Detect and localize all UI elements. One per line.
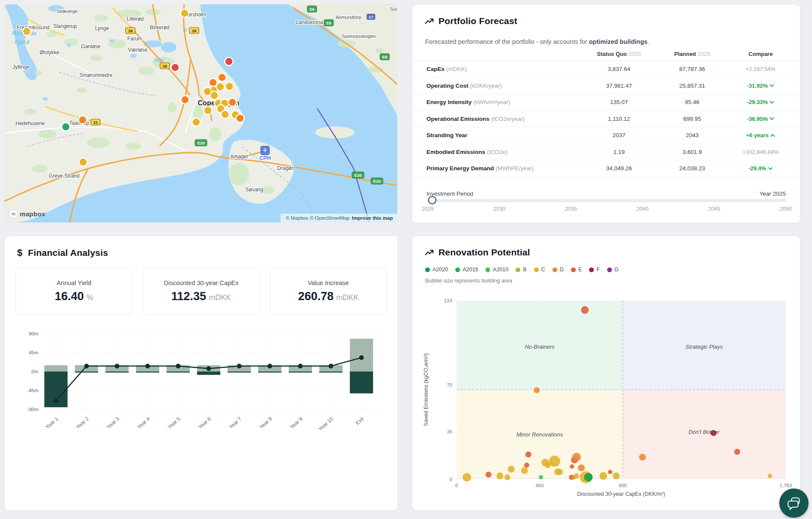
road-shield: 19 [189, 28, 199, 34]
building-marker-orange[interactable] [236, 114, 244, 123]
forest-area [91, 55, 103, 61]
label: 16 [128, 28, 133, 33]
place-label: Jyllinge [12, 64, 30, 70]
forest-area [94, 15, 108, 21]
compare-value[interactable]: +6 years [728, 132, 793, 138]
portfolio-forecast-panel: Portfolio Forecast Forecasted performanc… [412, 4, 800, 223]
forest-area [228, 163, 249, 185]
scatter-bubble-A2010[interactable] [539, 475, 543, 479]
scatter-bubble-E[interactable] [524, 463, 529, 468]
investment-year-value: Year 2025 [760, 190, 786, 197]
forecast-table-header: Status Quo2025Planned2025Compare [412, 47, 800, 61]
investment-period-slider-track[interactable] [426, 199, 786, 202]
scatter-bubble-E[interactable] [581, 306, 589, 314]
place-label: Birkerød [150, 25, 169, 31]
scatter-bubble-C[interactable] [463, 473, 471, 482]
building-marker-orange[interactable] [209, 79, 217, 87]
road-shield: E6 [324, 20, 333, 26]
scatter-bubble-C[interactable] [549, 456, 560, 467]
place-label: Greve Strand [49, 173, 79, 179]
metric-name: Embodied Emissions [426, 149, 485, 155]
table-row: Embodied Emissions(tCO2e)1.193,601.9+302… [412, 144, 800, 161]
building-marker-yellow[interactable] [225, 83, 234, 91]
compare-value[interactable]: -29.33% [728, 99, 793, 105]
building-marker-yellow[interactable] [23, 28, 31, 36]
building-marker-green[interactable] [62, 123, 70, 131]
improve-map-link[interactable]: Improve this map [352, 215, 393, 221]
map-canvas[interactable]: RoskildeFjordSkævingeLillerødHørsholmFre… [4, 4, 397, 222]
label: E6 [382, 55, 387, 59]
building-marker-yellow[interactable] [79, 158, 87, 166]
scatter-bubble-C[interactable] [497, 473, 503, 479]
x-axis-category: Year 9 [289, 416, 304, 430]
scatter-bubble-E[interactable] [485, 472, 491, 478]
scatter-bubble-C[interactable] [599, 472, 607, 480]
building-marker-orange[interactable] [218, 74, 226, 82]
y-axis-title: Saved Emissions (kgCO₂e/m²) [423, 353, 429, 426]
scatter-bubble-C[interactable] [768, 474, 772, 478]
planned-value: 87,787.36 [657, 66, 728, 72]
map-panel[interactable]: RoskildeFjordSkævingeLillerødHørsholmFre… [4, 4, 397, 222]
building-marker-yellow[interactable] [192, 118, 201, 126]
place-label: Værløse [128, 47, 148, 53]
scatter-bubble-C[interactable] [521, 467, 528, 474]
investment-period-slider-handle[interactable] [428, 196, 436, 204]
metric-name: Energy Intensity [426, 99, 472, 105]
building-marker-orange[interactable] [228, 98, 237, 107]
compare-value[interactable]: -29.4% [728, 165, 793, 172]
metric-name: Stranding Year [426, 132, 467, 138]
scatter-bubble-E[interactable] [525, 451, 531, 458]
building-marker-yellow[interactable] [221, 111, 229, 119]
line-point [268, 364, 272, 369]
scatter-bubble-C[interactable] [504, 474, 510, 480]
scatter-bubble-F[interactable] [710, 430, 716, 436]
slider-tick-label: 2040 [636, 206, 648, 212]
building-marker-yellow[interactable] [181, 9, 189, 18]
place-label: Søvang [245, 187, 263, 193]
chevron-down-icon [768, 167, 773, 170]
label: 16 [163, 64, 167, 68]
compare-value: +2,187.54% [728, 66, 793, 72]
place-label: Asmundtorp [336, 15, 361, 20]
scatter-bubble-C[interactable] [613, 473, 620, 479]
bar-outflow [105, 372, 129, 372]
building-marker-red[interactable] [171, 64, 179, 72]
forest-area [145, 9, 161, 15]
x-axis-title: Discounted 30-year CapEx (DKK/m²) [577, 491, 665, 497]
scatter-bubble-A2020[interactable] [584, 473, 593, 482]
bar-outflow [350, 372, 373, 393]
line-point [207, 366, 211, 371]
building-marker-orange[interactable] [181, 96, 189, 104]
compare-value[interactable]: -36.95% [728, 116, 793, 122]
building-marker-yellow[interactable] [210, 92, 219, 100]
building-marker-red[interactable] [225, 58, 233, 66]
forest-area [87, 138, 109, 148]
building-marker-orange[interactable] [79, 116, 87, 124]
scatter-bubble-D[interactable] [578, 464, 585, 471]
scatter-bubble-D[interactable] [572, 453, 581, 461]
mapbox-logo[interactable]: m mapbox [9, 209, 45, 218]
scatter-bubble-E[interactable] [570, 464, 574, 469]
building-marker-yellow[interactable] [204, 107, 212, 115]
scatter-bubble-C[interactable] [508, 466, 515, 473]
slider-tick-label: 2025 [422, 206, 434, 212]
table-row: Operating Cost(kDKK/year)37,981.4725,857… [412, 78, 800, 95]
scatter-bubble-D[interactable] [639, 454, 646, 461]
lake [43, 97, 48, 101]
planned-value: 25,857.31 [657, 83, 728, 89]
bar-outflow [136, 372, 159, 372]
planned-value: 95.46 [657, 99, 728, 105]
scatter-bubble-E[interactable] [734, 449, 740, 455]
chat-widget-button[interactable] [779, 488, 809, 518]
forest-area [375, 48, 384, 53]
slider-tick-label: 2050 [780, 206, 792, 212]
status-quo-value: 1.19 [581, 149, 657, 155]
scatter-bubble-C[interactable] [557, 469, 563, 475]
column-header-label: Planned [674, 51, 696, 57]
scatter-bubble-D[interactable] [534, 387, 540, 393]
scatter-bubble-E[interactable] [608, 470, 612, 474]
forecast-table: Status Quo2025Planned2025CompareCapEx(mD… [412, 47, 800, 177]
compare-text: +6 years [746, 132, 769, 138]
scatter-bubble-C[interactable] [574, 473, 579, 479]
compare-value[interactable]: -31.92% [728, 83, 793, 89]
